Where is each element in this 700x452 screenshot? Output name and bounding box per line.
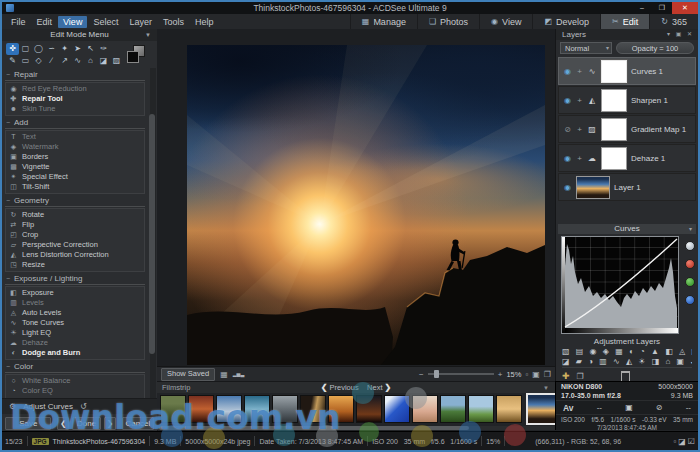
layer-row-dehaze[interactable]: ◉ + ☁ Dehaze 1 xyxy=(558,144,696,172)
menu-help[interactable]: Help xyxy=(190,16,219,28)
item-levels[interactable]: ▥Levels xyxy=(9,298,144,308)
filmstrip-thumbnail[interactable] xyxy=(468,395,494,423)
adjustment-icons-row-1[interactable]: ▧ ▤ ◉ ◈ ▦ ◐ ◔ ▲ ◧ ◬ ▨ xyxy=(562,347,692,356)
cancel-button[interactable]: Cancel xyxy=(122,417,154,430)
tool-settings-icon[interactable]: ⚙ xyxy=(9,402,16,411)
filmstrip-thumbnail[interactable] xyxy=(272,395,298,423)
ellipse-tool[interactable]: ◇ xyxy=(32,55,45,67)
section-color[interactable]: −Color xyxy=(5,362,145,373)
tab-365[interactable]: ↻365 xyxy=(649,14,698,29)
channel-rgb-button[interactable] xyxy=(685,241,695,251)
menu-edit[interactable]: Edit xyxy=(32,16,58,28)
menu-view[interactable]: View xyxy=(58,16,87,28)
magic-wand-tool[interactable]: ✦ xyxy=(58,43,71,55)
opacity-control[interactable]: Opacity = 100 xyxy=(616,42,694,54)
layer-mask-thumbnail[interactable] xyxy=(601,147,627,170)
item-skin-tune[interactable]: ☻Skin Tune xyxy=(9,104,144,114)
zoom-out-button[interactable]: − xyxy=(419,370,424,379)
layer-row-gradient-map[interactable]: ⊘ + ▨ Gradient Map 1 xyxy=(558,115,696,143)
add-layer-icon[interactable]: ✚ xyxy=(562,371,570,381)
curve-tool[interactable]: ∿ xyxy=(71,55,84,67)
item-white-balance[interactable]: ○White Balance xyxy=(9,376,144,386)
section-geometry[interactable]: −Geometry xyxy=(5,196,145,207)
item-text[interactable]: TText xyxy=(9,132,144,142)
maximize-button[interactable]: ❐ xyxy=(652,2,672,14)
channel-red-button[interactable] xyxy=(685,259,695,269)
pan-tool[interactable]: ✜ xyxy=(6,43,19,55)
status-icon-2[interactable]: ◪ xyxy=(678,437,686,446)
filmstrip-thumbnail[interactable] xyxy=(244,395,270,423)
item-special-effect[interactable]: ✴Special Effect xyxy=(9,172,144,182)
visibility-eye-off-icon[interactable]: ⊘ xyxy=(563,125,572,134)
compare-button[interactable]: ❐ xyxy=(544,370,551,379)
reset-icon[interactable]: ↺ xyxy=(80,402,87,411)
zoom-slider-knob[interactable] xyxy=(434,370,439,378)
item-rotate[interactable]: ↻Rotate xyxy=(9,210,144,220)
item-crop[interactable]: ◰Crop xyxy=(9,230,144,240)
ellipse-select-tool[interactable]: ◯ xyxy=(32,43,45,55)
status-icon-3[interactable]: ☑ xyxy=(688,437,695,446)
layer-mask-thumbnail[interactable] xyxy=(601,89,627,112)
filmstrip-thumbnail[interactable] xyxy=(300,395,326,423)
close-button[interactable]: ✕ xyxy=(672,2,698,14)
done-button[interactable]: Done xyxy=(72,417,101,430)
tab-edit[interactable]: ✂Edit xyxy=(600,14,649,29)
image-layer-thumbnail[interactable] xyxy=(576,176,610,199)
next-image-button[interactable]: ❯ xyxy=(104,417,116,430)
save-button[interactable]: Save xyxy=(5,417,51,430)
zoom-in-button[interactable]: + xyxy=(498,370,503,379)
zoom-slider[interactable] xyxy=(428,373,494,375)
item-vignette[interactable]: ▩Vignette xyxy=(9,162,144,172)
channel-blue-button[interactable] xyxy=(685,295,695,305)
layer-mask-thumbnail[interactable] xyxy=(601,118,627,141)
menu-file[interactable]: File xyxy=(6,16,31,28)
item-resize[interactable]: ◳Resize xyxy=(9,260,144,270)
color-swatches[interactable] xyxy=(127,45,145,63)
item-tilt-shift[interactable]: ◫Tilt-Shift xyxy=(9,182,144,192)
layer-mask-thumbnail[interactable] xyxy=(601,60,627,83)
layer-row-image[interactable]: ◉ Layer 1 xyxy=(558,173,696,201)
item-color-eq[interactable]: ◔Color EQ xyxy=(9,386,144,396)
previous-image-button[interactable]: ❮ xyxy=(57,417,69,430)
item-exposure[interactable]: ◧Exposure xyxy=(9,288,144,298)
minimize-button[interactable]: – xyxy=(632,2,652,14)
group-layer-icon[interactable]: ❐ xyxy=(577,372,584,381)
sidebar-scrollbar[interactable] xyxy=(150,68,156,398)
scrollbar-thumb[interactable] xyxy=(149,114,155,354)
edit-mode-menu-header[interactable]: Edit Mode Menu ▼ xyxy=(2,29,157,41)
visibility-eye-icon[interactable]: ◉ xyxy=(563,96,572,105)
layer-row-sharpen[interactable]: ◉ + ◭ Sharpen 1 xyxy=(558,86,696,114)
tab-view[interactable]: ◉View xyxy=(479,14,532,29)
visibility-eye-icon[interactable]: ◉ xyxy=(563,183,572,192)
photo-canvas[interactable] xyxy=(187,45,545,365)
section-exposure-lighting[interactable]: −Exposure / Lighting xyxy=(5,274,145,285)
item-auto-levels[interactable]: ◬Auto Levels xyxy=(9,308,144,318)
filmstrip-thumbnail-selected[interactable] xyxy=(526,393,555,425)
panel-header-icons[interactable]: ▾ ▣ ✕ xyxy=(667,29,694,40)
previous-button[interactable]: Previous xyxy=(330,383,359,392)
eyedropper-tool[interactable]: ✑ xyxy=(97,43,110,55)
arrow-tool[interactable]: ↗ xyxy=(58,55,71,67)
fit-image-button[interactable]: ▣ xyxy=(532,370,540,379)
adjustment-icons-row-2[interactable]: ◪ ▰ ◑ ▥ ∿ ◭ ☀ ◨ ⌂ ▣ ◒ xyxy=(562,357,692,366)
gradient-tool[interactable]: ▨ xyxy=(110,55,123,67)
next-arrow-icon[interactable]: ❯ xyxy=(385,383,392,392)
status-icon-1[interactable]: ▫ xyxy=(673,437,676,446)
lasso-tool[interactable]: ∽ xyxy=(45,43,58,55)
item-red-eye-reduction[interactable]: ◉Red Eye Reduction xyxy=(9,84,144,94)
filmstrip-thumbnail[interactable] xyxy=(216,395,242,423)
menu-layer[interactable]: Layer xyxy=(124,16,157,28)
menu-select[interactable]: Select xyxy=(88,16,123,28)
filmstrip-thumbnail[interactable] xyxy=(384,395,410,423)
filmstrip-scrollbar-thumb[interactable] xyxy=(159,426,469,430)
filmstrip-thumbnail[interactable] xyxy=(188,395,214,423)
tab-manage[interactable]: ▦Manage xyxy=(350,14,417,29)
item-tone-curves[interactable]: ∿Tone Curves xyxy=(9,318,144,328)
selection-brush-tool[interactable]: ➤ xyxy=(71,43,84,55)
polygon-tool[interactable]: ⌂ xyxy=(84,55,97,67)
filmstrip-thumbnail[interactable] xyxy=(412,395,438,423)
foreground-color-swatch[interactable] xyxy=(127,51,139,63)
rectangle-tool[interactable]: ▭ xyxy=(19,55,32,67)
next-button[interactable]: Next xyxy=(367,383,382,392)
eraser-tool[interactable]: ◪ xyxy=(97,55,110,67)
